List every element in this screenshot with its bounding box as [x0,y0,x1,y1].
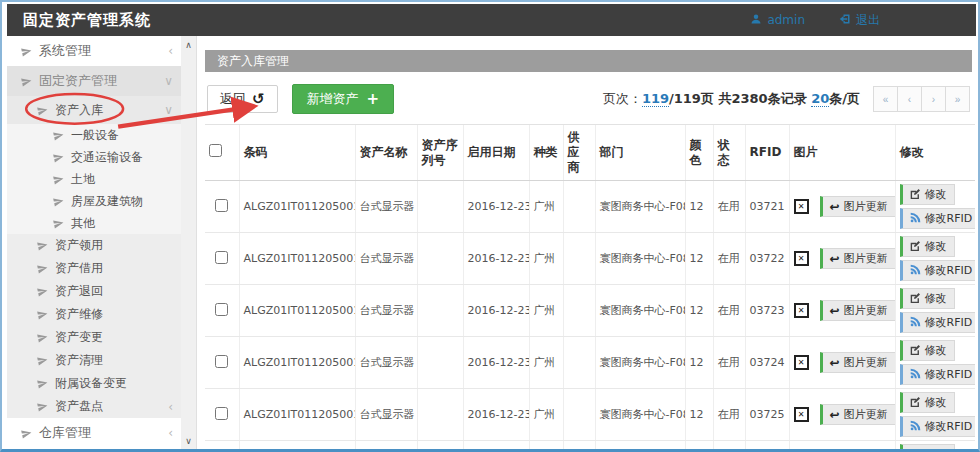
sidebar-item-10[interactable]: 资产退回 [7,280,181,303]
pagination-prefix: 页次： [603,91,642,106]
sidebar-item-9[interactable]: 资产借用 [7,257,181,280]
cell-modify: 修改修改RFID [895,441,975,451]
column-header-3: 启用日期 [463,125,529,181]
edit-icon [910,240,921,254]
sidebar-scrollbar[interactable]: ∧ ∨ [181,36,196,450]
sidebar-item-8[interactable]: 资产领用 [7,234,181,257]
pager: «‹›» [874,86,970,112]
image-update-button[interactable]: ↩图片更新 [820,248,896,269]
cell-rfid: 03722 [745,233,789,285]
add-asset-button[interactable]: 新增资产 + [292,84,395,114]
page-size-link[interactable]: 20 [811,91,829,107]
row-checkbox[interactable] [215,251,228,264]
sidebar-item-4[interactable]: 交通运输设备 [7,146,181,168]
edit-button[interactable]: 修改 [900,340,955,361]
sidebar-item-12[interactable]: 资产变更 [7,326,181,349]
sidebar-item-16[interactable]: 仓库管理‹ [7,418,181,448]
edit-button[interactable]: 修改 [900,184,955,205]
send-icon [21,76,32,87]
edit-label: 修改 [925,291,947,306]
send-icon [53,196,64,207]
cell-color: 12 [685,389,713,441]
cell-serial [417,337,463,389]
rfid-signal-icon [910,316,921,330]
sidebar-item-2[interactable]: 资产入库∨ [7,96,181,124]
cell-date: 2016-12-23 [463,285,529,337]
page-size-suffix: 条/页 [829,91,860,106]
edit-button[interactable]: 修改 [900,288,955,309]
broken-image-icon: ✕ [794,303,809,318]
table-row: ALGZ01IT0112050017台式显示器2016-12-23广州寰图商务中… [205,337,975,389]
edit-rfid-label: 修改RFID [925,315,973,330]
cell-rfid: 03723 [745,285,789,337]
cell-department: 寰图商务中心-F08 [595,337,685,389]
sidebar-item-0[interactable]: 系统管理‹ [7,36,181,66]
image-update-button[interactable]: ↩图片更新 [820,404,896,425]
sidebar-item-15[interactable]: 资产盘点‹ [7,395,181,418]
select-all-checkbox[interactable] [209,144,222,157]
image-update-button[interactable]: ↩图片更新 [820,352,896,373]
edit-button[interactable]: 修改 [900,444,955,450]
sidebar-item-5[interactable]: 土地 [7,168,181,190]
column-header-5: 供应商 [563,125,595,181]
edit-icon [910,292,921,306]
logout-link[interactable]: 退出 [839,12,880,29]
table-row: ALGZ01IT0112050019台式显示器2016-12-23广州寰图商务中… [205,441,975,451]
user-menu[interactable]: admin [750,13,805,28]
header-checkbox-cell [205,125,239,181]
column-header-0: 条码 [239,125,355,181]
back-button[interactable]: 返回 ↺ [207,85,278,113]
cell-department: 寰图商务中心-F08 [595,285,685,337]
send-icon [53,152,64,163]
current-page-link[interactable]: 119 [642,91,669,107]
sidebar-item-11[interactable]: 资产维修 [7,303,181,326]
next-page-button[interactable]: › [921,86,946,112]
image-update-label: 图片更新 [844,199,888,214]
edit-rfid-button[interactable]: 修改RFID [900,260,976,281]
image-update-button[interactable]: ↩图片更新 [820,196,896,217]
broken-image-icon: ✕ [794,407,809,422]
cell-supplier [563,285,595,337]
sidebar-item-7[interactable]: 其他 [7,212,181,234]
cell-barcode: ALGZ01IT0112050016 [239,285,355,337]
row-checkbox[interactable] [215,355,228,368]
cell-category: 广州 [529,285,563,337]
chevron-icon: ‹ [168,44,173,58]
sidebar-item-1[interactable]: 固定资产管理∨ [7,66,181,96]
cell-name: 台式显示器 [355,181,417,233]
row-checkbox[interactable] [215,407,228,420]
cell-barcode: ALGZ01IT0112050018 [239,389,355,441]
first-page-button[interactable]: « [873,86,898,112]
sidebar-item-label: 仓库管理 [39,424,91,442]
row-checkbox[interactable] [215,199,228,212]
image-update-button[interactable]: ↩图片更新 [820,300,896,321]
column-header-2: 资产序列号 [417,125,463,181]
logout-label: 退出 [856,12,880,29]
last-page-button[interactable]: » [945,86,970,112]
cell-serial [417,181,463,233]
edit-label: 修改 [925,343,947,358]
row-checkbox-cell [205,441,239,451]
topbar: 固定资产管理系统 admin 退出 [7,4,976,36]
edit-rfid-button[interactable]: 修改RFID [900,364,976,385]
edit-rfid-button[interactable]: 修改RFID [900,312,976,333]
sidebar-item-label: 系统管理 [39,42,91,60]
edit-rfid-button[interactable]: 修改RFID [900,416,976,437]
edit-button[interactable]: 修改 [900,236,955,257]
scroll-up-icon[interactable]: ∧ [185,40,192,50]
send-icon [53,174,64,185]
scroll-down-icon[interactable]: ∨ [185,436,192,446]
edit-button[interactable]: 修改 [900,392,955,413]
sidebar-item-3[interactable]: 一般设备 [7,124,181,146]
sidebar-item-14[interactable]: 附属设备变更 [7,372,181,395]
row-checkbox-cell [205,233,239,285]
row-checkbox[interactable] [215,303,228,316]
edit-icon [910,396,921,410]
sidebar-item-13[interactable]: 资产清理 [7,349,181,372]
row-checkbox-cell [205,285,239,337]
records-count: 共2380条记录 [714,91,811,106]
edit-rfid-button[interactable]: 修改RFID [900,208,976,229]
prev-page-button[interactable]: ‹ [897,86,922,112]
sidebar-item-6[interactable]: 房屋及建筑物 [7,190,181,212]
edit-rfid-label: 修改RFID [925,211,973,226]
